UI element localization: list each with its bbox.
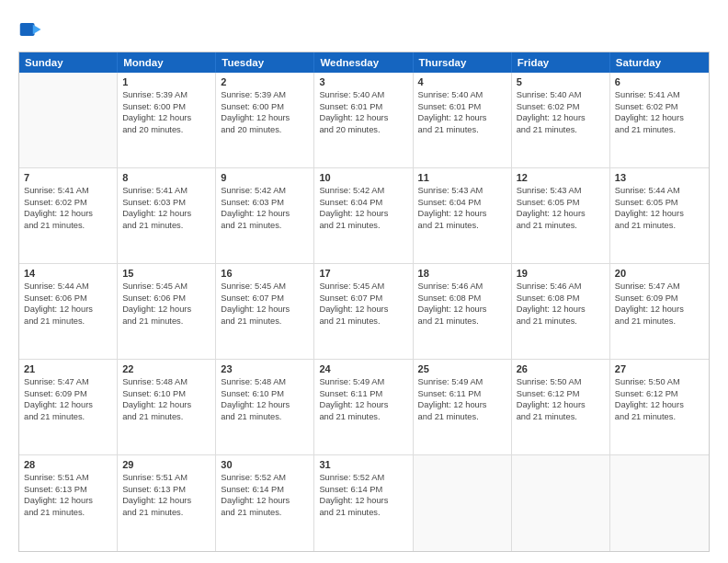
cell-info-line: Daylight: 12 hours (319, 112, 407, 124)
day-number: 22 (122, 363, 210, 374)
cell-info-line: and 21 minutes. (221, 411, 309, 423)
header-day-wednesday: Wednesday (314, 52, 413, 73)
cell-info-line: and 21 minutes. (517, 411, 605, 423)
cell-info-line: Sunset: 6:10 PM (221, 388, 309, 400)
day-cell-12: 12Sunrise: 5:43 AMSunset: 6:05 PMDayligh… (512, 168, 610, 263)
cell-info-line: Sunrise: 5:48 AM (221, 376, 309, 388)
cell-info-line: Sunset: 6:02 PM (24, 197, 112, 209)
cell-info-line: and 21 minutes. (615, 220, 704, 232)
day-number: 19 (517, 268, 605, 279)
cell-info-line: Sunset: 6:04 PM (418, 197, 506, 209)
header-day-saturday: Saturday (610, 52, 709, 73)
day-number: 17 (319, 268, 407, 279)
cell-info-line: Sunrise: 5:51 AM (24, 472, 112, 484)
cell-info-line: Daylight: 12 hours (615, 112, 704, 124)
cell-info-line: Sunset: 6:12 PM (615, 388, 704, 400)
cell-info-line: Sunset: 6:04 PM (319, 197, 407, 209)
cell-info-line: Sunrise: 5:52 AM (221, 472, 309, 484)
day-cell-21: 21Sunrise: 5:47 AMSunset: 6:09 PMDayligh… (19, 360, 118, 454)
cell-info-line: and 21 minutes. (517, 220, 605, 232)
header-day-sunday: Sunday (19, 52, 118, 73)
cell-info-line: Sunrise: 5:45 AM (221, 281, 309, 293)
cell-info-line: Sunrise: 5:49 AM (319, 376, 407, 388)
day-cell-19: 19Sunrise: 5:46 AMSunset: 6:08 PMDayligh… (512, 264, 610, 359)
day-number: 10 (319, 172, 407, 183)
day-cell-13: 13Sunrise: 5:44 AMSunset: 6:05 PMDayligh… (610, 168, 709, 263)
cell-info-line: Daylight: 12 hours (418, 208, 506, 220)
day-cell-6: 6Sunrise: 5:41 AMSunset: 6:02 PMDaylight… (610, 73, 709, 167)
cell-info-line: Daylight: 12 hours (615, 399, 704, 411)
cell-info-line: Daylight: 12 hours (221, 208, 309, 220)
cell-info-line: Sunrise: 5:45 AM (122, 281, 210, 293)
cell-info-line: Daylight: 12 hours (24, 304, 112, 316)
day-cell-11: 11Sunrise: 5:43 AMSunset: 6:04 PMDayligh… (414, 168, 512, 263)
page: SundayMondayTuesdayWednesdayThursdayFrid… (0, 0, 728, 563)
logo (18, 17, 48, 42)
day-cell-29: 29Sunrise: 5:51 AMSunset: 6:13 PMDayligh… (118, 455, 216, 551)
cell-info-line: and 21 minutes. (615, 411, 704, 423)
header-day-tuesday: Tuesday (216, 52, 314, 73)
cell-info-line: and 21 minutes. (122, 220, 210, 232)
day-cell-8: 8Sunrise: 5:41 AMSunset: 6:03 PMDaylight… (118, 168, 216, 263)
empty-cell (610, 455, 709, 551)
cell-info-line: Daylight: 12 hours (122, 495, 210, 507)
day-cell-10: 10Sunrise: 5:42 AMSunset: 6:04 PMDayligh… (314, 168, 413, 263)
cell-info-line: Sunset: 6:13 PM (24, 484, 112, 496)
cell-info-line: and 21 minutes. (319, 316, 407, 327)
cell-info-line: and 21 minutes. (221, 220, 309, 232)
cell-info-line: Daylight: 12 hours (418, 112, 506, 124)
cell-info-line: Daylight: 12 hours (319, 399, 407, 411)
day-number: 1 (122, 76, 210, 87)
day-cell-20: 20Sunrise: 5:47 AMSunset: 6:09 PMDayligh… (610, 264, 709, 359)
cell-info-line: Sunset: 6:07 PM (221, 293, 309, 304)
svg-rect-0 (20, 23, 35, 36)
cell-info-line: and 20 minutes. (221, 124, 309, 136)
calendar-body: 1Sunrise: 5:39 AMSunset: 6:00 PMDaylight… (19, 73, 709, 551)
empty-cell (512, 455, 610, 551)
cell-info-line: Sunset: 6:06 PM (24, 293, 112, 304)
cell-info-line: Sunset: 6:05 PM (517, 197, 605, 209)
cell-info-line: Sunrise: 5:41 AM (615, 89, 704, 101)
cell-info-line: and 21 minutes. (418, 411, 506, 423)
cell-info-line: Sunrise: 5:44 AM (615, 185, 704, 197)
cell-info-line: Sunrise: 5:40 AM (418, 89, 506, 101)
cell-info-line: Daylight: 12 hours (418, 399, 506, 411)
day-number: 30 (221, 459, 309, 470)
cell-info-line: Sunset: 6:09 PM (615, 293, 704, 304)
cell-info-line: Sunset: 6:10 PM (122, 388, 210, 400)
cell-info-line: and 21 minutes. (418, 316, 506, 327)
week-row-3: 14Sunrise: 5:44 AMSunset: 6:06 PMDayligh… (19, 264, 709, 360)
day-number: 6 (615, 76, 704, 87)
cell-info-line: Sunrise: 5:44 AM (24, 281, 112, 293)
cell-info-line: and 21 minutes. (418, 220, 506, 232)
day-cell-23: 23Sunrise: 5:48 AMSunset: 6:10 PMDayligh… (216, 360, 314, 454)
cell-info-line: Sunset: 6:05 PM (615, 197, 704, 209)
cell-info-line: Daylight: 12 hours (319, 304, 407, 316)
cell-info-line: and 21 minutes. (221, 316, 309, 327)
cell-info-line: and 21 minutes. (517, 316, 605, 327)
cell-info-line: Sunset: 6:08 PM (418, 293, 506, 304)
cell-info-line: and 21 minutes. (418, 124, 506, 136)
calendar-header: SundayMondayTuesdayWednesdayThursdayFrid… (19, 52, 709, 73)
cell-info-line: and 20 minutes. (122, 124, 210, 136)
day-cell-25: 25Sunrise: 5:49 AMSunset: 6:11 PMDayligh… (414, 360, 512, 454)
cell-info-line: Daylight: 12 hours (615, 304, 704, 316)
day-number: 18 (418, 268, 506, 279)
day-number: 2 (221, 76, 309, 87)
day-cell-30: 30Sunrise: 5:52 AMSunset: 6:14 PMDayligh… (216, 455, 314, 551)
day-cell-14: 14Sunrise: 5:44 AMSunset: 6:06 PMDayligh… (19, 264, 118, 359)
cell-info-line: Sunrise: 5:47 AM (615, 281, 704, 293)
day-number: 21 (24, 363, 112, 374)
cell-info-line: and 21 minutes. (615, 316, 704, 327)
cell-info-line: Sunrise: 5:46 AM (517, 281, 605, 293)
cell-info-line: Sunset: 6:08 PM (517, 293, 605, 304)
cell-info-line: and 20 minutes. (319, 124, 407, 136)
cell-info-line: Sunset: 6:09 PM (24, 388, 112, 400)
day-cell-24: 24Sunrise: 5:49 AMSunset: 6:11 PMDayligh… (314, 360, 413, 454)
cell-info-line: Sunset: 6:01 PM (319, 101, 407, 113)
cell-info-line: Daylight: 12 hours (319, 208, 407, 220)
day-cell-27: 27Sunrise: 5:50 AMSunset: 6:12 PMDayligh… (610, 360, 709, 454)
cell-info-line: Daylight: 12 hours (221, 495, 309, 507)
week-row-5: 28Sunrise: 5:51 AMSunset: 6:13 PMDayligh… (19, 455, 709, 551)
day-number: 11 (418, 172, 506, 183)
